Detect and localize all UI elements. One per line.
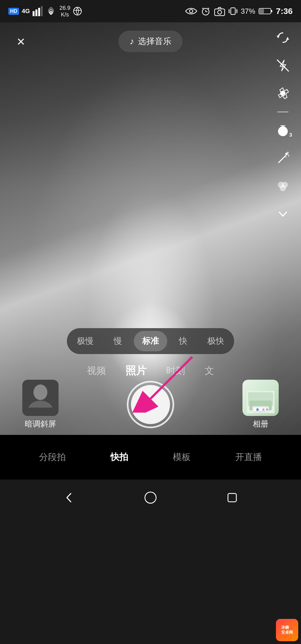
tab-text[interactable]: 文: [202, 362, 217, 380]
flash-button[interactable]: [273, 56, 293, 75]
divider: [277, 112, 288, 112]
svg-text:✦: ✦: [287, 151, 289, 154]
svg-point-39: [33, 384, 47, 400]
network-indicator: 4G: [22, 8, 30, 15]
magic-wand-button[interactable]: ✦ ✦ ✦: [273, 149, 293, 168]
status-right: 37% 7:36: [185, 6, 293, 16]
status-left: HD 4G 26.9K/s: [8, 4, 82, 18]
circles-icon: [276, 179, 290, 193]
settings-button[interactable]: [273, 84, 293, 103]
signal-icon: [33, 6, 43, 16]
svg-point-21: [281, 91, 285, 96]
speed-very-fast[interactable]: 极快: [199, 331, 232, 351]
svg-point-49: [266, 408, 268, 411]
back-button[interactable]: [60, 489, 77, 506]
tab-moment[interactable]: 时刻: [163, 362, 188, 380]
album-button[interactable]: 相册: [242, 380, 279, 429]
music-select-button[interactable]: ♪ 选择音乐: [118, 31, 183, 52]
shutter-outer-ring: [127, 381, 174, 428]
person-avatar: [22, 380, 59, 416]
magic-wand-icon: ✦ ✦ ✦: [276, 151, 290, 165]
tab-photo[interactable]: 照片: [123, 361, 149, 381]
music-label: 选择音乐: [138, 36, 171, 47]
nav-template[interactable]: 模板: [167, 448, 196, 466]
album-icon: [242, 380, 279, 416]
time-display: 7:36: [276, 6, 293, 16]
svg-marker-19: [286, 38, 289, 40]
close-icon: ×: [17, 35, 25, 49]
wifi-icon: [45, 7, 57, 16]
music-note-icon: ♪: [130, 36, 134, 47]
svg-rect-2: [38, 8, 40, 16]
svg-line-27: [279, 156, 286, 163]
nav-segment-shoot[interactable]: 分段拍: [33, 448, 71, 466]
hd-badge: HD: [8, 8, 19, 15]
recent-square-icon: [225, 491, 239, 505]
nav-quick-shoot[interactable]: 快拍: [105, 448, 134, 466]
svg-rect-16: [271, 10, 272, 12]
bottom-nav: 分段拍 快拍 模板 开直播: [0, 435, 301, 480]
vibrate-icon: [229, 6, 237, 16]
svg-line-31: [286, 156, 287, 158]
shutter-inner-circle: [131, 385, 170, 424]
status-bar: HD 4G 26.9K/s: [0, 0, 301, 22]
gallery-label: 暗调斜屏: [25, 419, 56, 429]
speed-selector: 极慢 慢 标准 快 极快: [67, 328, 234, 354]
svg-rect-12: [231, 8, 235, 14]
recent-button[interactable]: [224, 489, 241, 506]
gear-icon: [276, 86, 290, 100]
svg-point-6: [190, 9, 193, 13]
back-icon: [62, 491, 76, 505]
svg-rect-0: [33, 11, 35, 16]
timer-button[interactable]: 3: [273, 121, 293, 140]
gallery-thumbnail: [22, 380, 59, 416]
flash-off-icon: [276, 59, 290, 72]
svg-point-48: [262, 408, 264, 411]
svg-rect-3: [41, 6, 43, 16]
svg-rect-10: [215, 9, 225, 16]
svg-marker-18: [276, 36, 280, 38]
more-button[interactable]: [273, 204, 293, 224]
vpn-icon: [73, 7, 82, 16]
svg-rect-1: [35, 9, 37, 16]
chevron-down-icon: [276, 207, 290, 221]
svg-rect-17: [259, 9, 264, 13]
eye-icon: [185, 7, 197, 16]
timer-badge-number: 3: [289, 132, 292, 138]
svg-point-4: [74, 7, 81, 15]
camera-viewfinder: × ♪ 选择音乐: [0, 22, 301, 435]
svg-point-11: [218, 10, 222, 14]
camera-icon: [214, 6, 225, 16]
watermark: 冰糖安卓网: [276, 619, 298, 641]
shutter-button[interactable]: [127, 381, 174, 428]
svg-point-37: [280, 185, 286, 191]
tab-video[interactable]: 视频: [84, 362, 109, 380]
home-circle-icon: [144, 491, 157, 505]
speed-normal[interactable]: 标准: [134, 331, 167, 351]
close-button[interactable]: ×: [11, 32, 31, 51]
svg-rect-47: [256, 408, 259, 411]
speed-very-slow[interactable]: 极慢: [69, 331, 102, 351]
svg-point-53: [145, 492, 156, 503]
timer-icon: [276, 124, 290, 137]
svg-text:✦: ✦: [288, 154, 290, 158]
speed-fast[interactable]: 快: [171, 331, 196, 351]
nav-live[interactable]: 开直播: [230, 448, 268, 466]
battery-icon: [259, 8, 273, 15]
album-icon-inner: [242, 380, 279, 416]
right-icons-panel: 3 ✦ ✦ ✦: [273, 28, 293, 224]
watermark-text: 冰糖安卓网: [281, 625, 293, 635]
speed-slow[interactable]: 慢: [105, 331, 130, 351]
camera-controls-row: 暗调斜屏: [0, 380, 301, 429]
album-label: 相册: [253, 419, 268, 429]
mode-tabs: 视频 照片 时刻 文: [0, 361, 301, 381]
gallery-button[interactable]: 暗调斜屏: [22, 380, 59, 429]
top-controls: × ♪ 选择音乐: [0, 22, 301, 60]
svg-rect-50: [255, 411, 266, 411]
home-button[interactable]: [142, 489, 159, 506]
refresh-icon: [276, 31, 290, 45]
effects-button[interactable]: [273, 176, 293, 196]
flip-camera-button[interactable]: [273, 28, 293, 47]
system-nav: [0, 480, 301, 516]
network-speed: 26.9K/s: [59, 4, 70, 18]
